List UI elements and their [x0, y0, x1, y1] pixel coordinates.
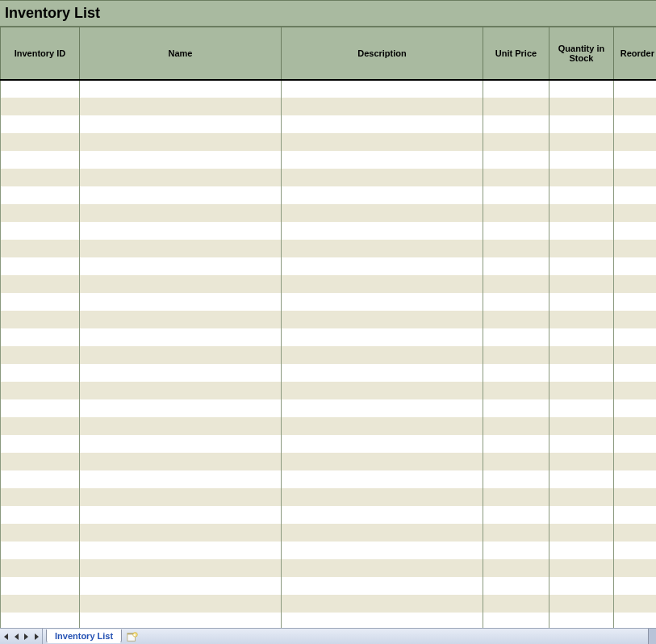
table-cell[interactable] — [80, 115, 282, 133]
table-cell[interactable] — [549, 80, 614, 98]
table-row[interactable] — [1, 293, 657, 311]
table-cell[interactable] — [614, 328, 657, 346]
table-row[interactable] — [1, 346, 657, 364]
table-cell[interactable] — [483, 151, 549, 169]
table-cell[interactable] — [1, 595, 80, 613]
table-cell[interactable] — [282, 293, 483, 311]
table-cell[interactable] — [282, 222, 483, 240]
table-cell[interactable] — [549, 151, 614, 169]
table-cell[interactable] — [80, 470, 282, 488]
table-cell[interactable] — [614, 506, 657, 524]
table-row[interactable] — [1, 559, 657, 577]
table-cell[interactable] — [614, 542, 657, 559]
table-row[interactable] — [1, 364, 657, 382]
table-cell[interactable] — [549, 293, 614, 311]
table-cell[interactable] — [80, 98, 282, 115]
table-cell[interactable] — [549, 595, 614, 613]
table-cell[interactable] — [282, 364, 483, 382]
table-cell[interactable] — [614, 595, 657, 613]
table-cell[interactable] — [1, 470, 80, 488]
table-cell[interactable] — [1, 240, 80, 257]
table-cell[interactable] — [1, 115, 80, 133]
table-cell[interactable] — [1, 524, 80, 542]
table-cell[interactable] — [1, 80, 80, 98]
table-cell[interactable] — [483, 559, 549, 577]
table-cell[interactable] — [1, 542, 80, 559]
table-row[interactable] — [1, 435, 657, 453]
table-cell[interactable] — [1, 204, 80, 222]
table-cell[interactable] — [483, 417, 549, 435]
table-cell[interactable] — [549, 186, 614, 204]
table-cell[interactable] — [80, 542, 282, 559]
table-cell[interactable] — [483, 257, 549, 275]
table-cell[interactable] — [549, 559, 614, 577]
table-cell[interactable] — [80, 204, 282, 222]
table-cell[interactable] — [282, 311, 483, 328]
table-cell[interactable] — [483, 240, 549, 257]
table-row[interactable] — [1, 275, 657, 293]
table-cell[interactable] — [1, 328, 80, 346]
table-cell[interactable] — [549, 133, 614, 151]
table-cell[interactable] — [282, 524, 483, 542]
table-cell[interactable] — [614, 186, 657, 204]
sheet-nav-next[interactable] — [21, 629, 31, 644]
table-cell[interactable] — [483, 435, 549, 453]
table-cell[interactable] — [282, 559, 483, 577]
table-cell[interactable] — [483, 80, 549, 98]
table-cell[interactable] — [1, 364, 80, 382]
table-cell[interactable] — [549, 542, 614, 559]
table-row[interactable] — [1, 186, 657, 204]
table-cell[interactable] — [483, 169, 549, 186]
col-header-inventory-id[interactable]: Inventory ID — [1, 27, 80, 80]
table-cell[interactable] — [483, 115, 549, 133]
table-cell[interactable] — [549, 417, 614, 435]
table-cell[interactable] — [614, 453, 657, 470]
table-row[interactable] — [1, 151, 657, 169]
table-cell[interactable] — [80, 222, 282, 240]
col-header-unit-price[interactable]: Unit Price — [483, 27, 549, 80]
table-cell[interactable] — [80, 169, 282, 186]
table-cell[interactable] — [80, 275, 282, 293]
table-cell[interactable] — [549, 328, 614, 346]
table-cell[interactable] — [282, 80, 483, 98]
table-cell[interactable] — [549, 577, 614, 595]
col-header-quantity-in-stock[interactable]: Quantity in Stock — [549, 27, 614, 80]
table-cell[interactable] — [1, 169, 80, 186]
table-row[interactable] — [1, 328, 657, 346]
table-cell[interactable] — [483, 186, 549, 204]
table-cell[interactable] — [80, 399, 282, 417]
table-cell[interactable] — [614, 559, 657, 577]
table-cell[interactable] — [614, 133, 657, 151]
table-cell[interactable] — [1, 399, 80, 417]
table-cell[interactable] — [614, 151, 657, 169]
table-cell[interactable] — [282, 328, 483, 346]
table-row[interactable] — [1, 399, 657, 417]
table-cell[interactable] — [282, 417, 483, 435]
horizontal-scroll-stub[interactable] — [648, 629, 656, 644]
table-row[interactable] — [1, 115, 657, 133]
table-cell[interactable] — [282, 453, 483, 470]
table-cell[interactable] — [1, 98, 80, 115]
table-cell[interactable] — [282, 595, 483, 613]
table-cell[interactable] — [549, 257, 614, 275]
table-cell[interactable] — [549, 311, 614, 328]
table-cell[interactable] — [614, 382, 657, 399]
table-cell[interactable] — [483, 311, 549, 328]
table-cell[interactable] — [614, 222, 657, 240]
table-row[interactable] — [1, 257, 657, 275]
table-cell[interactable] — [282, 435, 483, 453]
table-cell[interactable] — [549, 115, 614, 133]
table-cell[interactable] — [282, 506, 483, 524]
new-sheet-button[interactable] — [124, 630, 140, 642]
table-cell[interactable] — [1, 257, 80, 275]
table-cell[interactable] — [80, 524, 282, 542]
table-cell[interactable] — [549, 470, 614, 488]
table-cell[interactable] — [282, 257, 483, 275]
table-cell[interactable] — [80, 257, 282, 275]
table-row[interactable] — [1, 133, 657, 151]
table-cell[interactable] — [614, 80, 657, 98]
table-cell[interactable] — [282, 542, 483, 559]
table-cell[interactable] — [80, 506, 282, 524]
table-cell[interactable] — [80, 577, 282, 595]
table-cell[interactable] — [80, 328, 282, 346]
